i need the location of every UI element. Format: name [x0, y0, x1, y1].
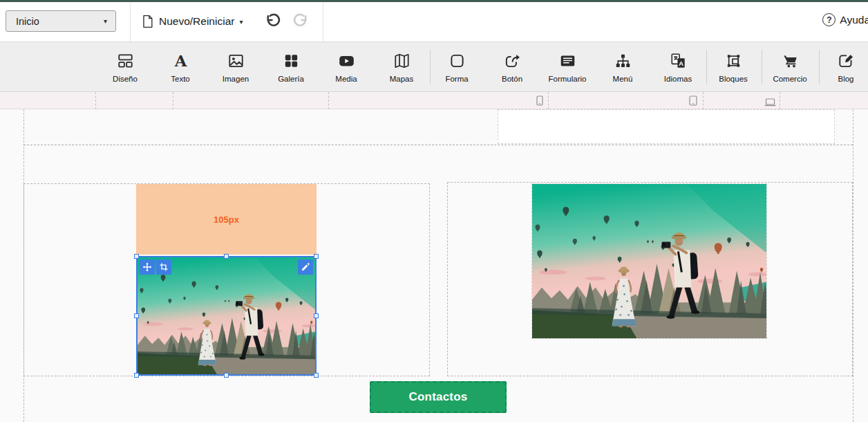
toolbar-item-label: Idiomas	[664, 75, 692, 83]
toolbar-item-media[interactable]: Media	[319, 42, 374, 91]
page-canvas: 105px	[0, 109, 868, 422]
shape-icon	[448, 52, 466, 70]
toolbar-item-menu[interactable]: Menú	[595, 42, 650, 91]
chevron-down-icon: ▾	[239, 18, 243, 26]
toolbar-item-comercio[interactable]: Comercio	[762, 42, 818, 91]
blog-edit-icon	[837, 52, 856, 70]
breakpoint-marker	[328, 92, 329, 109]
new-page-icon	[141, 14, 154, 29]
spacer-block[interactable]: 105px	[136, 184, 317, 255]
toolbar-item-boton[interactable]: Botón	[484, 42, 540, 91]
toolbar-item-label: Diseño	[113, 75, 138, 83]
page-guide-right	[853, 109, 853, 422]
spacer-height-label: 105px	[214, 214, 239, 225]
header-placeholder-block[interactable]	[498, 109, 835, 144]
resize-handle-nw[interactable]	[134, 254, 139, 259]
editor-window: Inicio ▾ Nuevo/Reiniciar ▾	[0, 0, 868, 422]
contact-button-label: Contactos	[409, 390, 468, 404]
toolbar-item-label: Bloques	[719, 75, 748, 83]
toolbar-item-texto[interactable]: A Texto	[153, 42, 208, 91]
crop-button[interactable]	[156, 259, 171, 275]
divider	[323, 2, 323, 42]
toolbar-item-label: Media	[335, 75, 357, 83]
selected-image-element[interactable]	[136, 256, 317, 376]
image-element[interactable]	[532, 184, 766, 338]
resize-handle-n[interactable]	[224, 254, 229, 259]
toolbar-item-label: Menú	[613, 75, 633, 83]
toolbar-item-label: Imagen	[223, 75, 249, 83]
breakpoint-marker	[173, 92, 173, 109]
toolbar-item-galeria[interactable]: Galería	[263, 42, 319, 91]
resize-handle-ne[interactable]	[314, 254, 319, 259]
map-icon	[393, 52, 411, 70]
translate-icon: A	[669, 52, 688, 70]
video-icon	[337, 52, 356, 70]
help-label: Ayuda	[840, 14, 868, 26]
toolbar-item-diseno[interactable]: Diseño	[97, 42, 153, 91]
toolbar-item-idiomas[interactable]: A Idiomas	[650, 42, 706, 91]
toolbar-item-mapas[interactable]: Mapas	[374, 42, 429, 91]
form-icon	[558, 52, 577, 70]
svg-text:A: A	[173, 52, 187, 70]
blocks-icon	[724, 52, 743, 70]
chevron-down-icon: ▾	[104, 17, 107, 25]
balloon-photo	[532, 184, 766, 338]
toolbar-item-label: Texto	[171, 75, 190, 83]
toolbar-item-label: Forma	[445, 75, 468, 83]
toolbar-item-label: Mapas	[390, 75, 414, 83]
resize-handle-e[interactable]	[314, 313, 319, 318]
layout-icon	[116, 52, 135, 70]
page-selector-value: Inicio	[16, 16, 39, 27]
new-reset-button[interactable]: Nuevo/Reiniciar ▾	[141, 12, 243, 31]
toolbar-item-label: Galería	[278, 75, 304, 83]
toolbar-item-forma[interactable]: Forma	[429, 42, 484, 91]
redo-icon	[292, 13, 310, 30]
toolbar-item-label: Formulario	[549, 75, 587, 83]
toolbar-item-blog[interactable]: Blog	[818, 42, 868, 91]
pencil-icon	[301, 262, 310, 272]
page-selector-dropdown[interactable]: Inicio ▾	[6, 10, 116, 32]
sitemap-icon	[614, 52, 632, 70]
breakpoint-marker	[780, 92, 780, 109]
resize-handle-s[interactable]	[224, 373, 229, 378]
cart-icon	[781, 52, 800, 70]
resize-handle-se[interactable]	[314, 373, 319, 378]
help-icon: ?	[822, 13, 836, 26]
move-icon	[142, 262, 152, 272]
contact-button-element[interactable]: Contactos	[370, 381, 507, 413]
resize-handle-sw[interactable]	[134, 373, 139, 378]
toolbar-item-formulario[interactable]: Formulario	[540, 42, 595, 91]
gallery-icon	[282, 52, 301, 70]
balloon-photo	[138, 257, 315, 374]
resize-handle-w[interactable]	[134, 313, 139, 318]
breakpoint-ruler	[0, 92, 868, 109]
toolbar-item-imagen[interactable]: Imagen	[208, 42, 263, 91]
svg-text:A: A	[679, 60, 683, 67]
phone-preview-icon[interactable]	[536, 95, 543, 109]
text-icon: A	[171, 52, 190, 70]
image-icon	[227, 52, 245, 70]
breakpoint-marker	[548, 92, 549, 109]
undo-icon	[264, 13, 281, 30]
move-button[interactable]	[140, 259, 155, 275]
toolbar-item-label: Blog	[838, 75, 853, 83]
section-divider-line	[23, 145, 853, 145]
button-icon	[503, 52, 522, 70]
new-reset-label: Nuevo/Reiniciar	[159, 15, 234, 28]
toolbar-item-label: Botón	[502, 75, 522, 83]
help-button[interactable]: ? Ayuda	[822, 13, 868, 26]
desktop-preview-icon[interactable]	[764, 97, 776, 109]
breakpoint-marker	[703, 92, 704, 109]
toolbar-item-bloques[interactable]: Bloques	[706, 42, 761, 91]
breakpoint-marker	[95, 92, 96, 109]
elements-toolbar: Diseño A Texto Imagen Galería	[0, 42, 868, 92]
crop-icon	[159, 262, 169, 272]
edit-button[interactable]	[298, 259, 313, 275]
undo-button[interactable]	[263, 12, 282, 31]
tablet-preview-icon[interactable]	[689, 95, 697, 109]
divider	[130, 2, 131, 42]
redo-button[interactable]	[291, 12, 310, 31]
toolbar-item-label: Comercio	[773, 75, 806, 83]
top-bar: Inicio ▾ Nuevo/Reiniciar ▾	[0, 0, 868, 42]
